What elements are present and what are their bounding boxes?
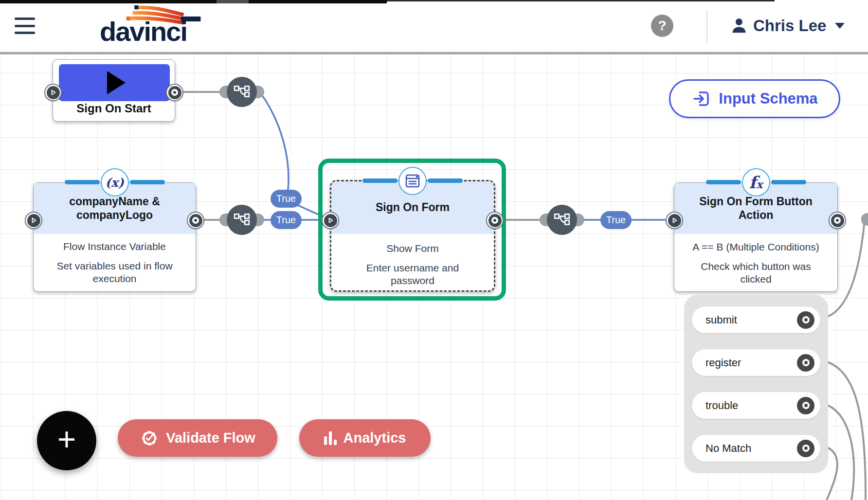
badge-bar <box>65 180 100 184</box>
node-subtitle: A == B (Multiple Conditions) <box>674 241 837 253</box>
node-sign-on-form[interactable]: Sign On Form Show Form Enter username an… <box>330 180 495 292</box>
davinci-logo: davinci <box>100 5 212 50</box>
play-port-icon <box>49 89 57 96</box>
input-port[interactable] <box>666 212 683 229</box>
target-port-icon <box>802 359 810 366</box>
function-badge: fx <box>742 168 770 196</box>
output-port[interactable] <box>797 397 814 414</box>
input-port[interactable] <box>322 212 339 229</box>
badge-bar <box>706 180 741 184</box>
badge-bar <box>428 179 463 183</box>
function-icon: fx <box>749 173 763 192</box>
action-outputs-panel: submit register trouble No Match <box>684 295 828 473</box>
node-button-action[interactable]: fx Sign On Form Button Action A == B (Mu… <box>674 182 838 292</box>
seal-check-icon <box>140 429 159 448</box>
output-port[interactable] <box>166 84 183 101</box>
branch-connector[interactable] <box>219 204 264 235</box>
node-title: Sign On Start <box>53 102 175 115</box>
edge-label-true[interactable]: True <box>600 211 632 229</box>
topbar-divider <box>706 10 707 43</box>
validate-flow-button[interactable]: Validate Flow <box>118 419 277 457</box>
form-icon <box>404 173 421 189</box>
topbar: davinci ? Chris Lee <box>0 0 868 52</box>
node-description: Set variables used in flow execution <box>34 260 196 286</box>
hamburger-menu-icon[interactable] <box>15 18 35 34</box>
output-row-submit[interactable]: submit <box>692 306 820 333</box>
topbar-bottom-band <box>0 52 868 54</box>
play-icon <box>107 71 126 94</box>
node-description: Enter username and password <box>331 262 494 287</box>
target-port-icon <box>834 217 841 224</box>
question-mark-icon: ? <box>658 18 666 34</box>
node-subtitle: Show Form <box>331 243 494 254</box>
output-port[interactable] <box>187 212 204 229</box>
chevron-down-icon <box>835 23 845 29</box>
output-port[interactable] <box>829 212 846 229</box>
node-title: companyName & companyLogo <box>69 195 160 222</box>
node-company-variables[interactable]: (x) companyName & companyLogo Flow Insta… <box>33 182 196 292</box>
branch-icon <box>553 211 571 229</box>
output-port[interactable] <box>486 212 504 229</box>
user-menu[interactable]: Chris Lee <box>730 12 845 40</box>
output-port[interactable] <box>797 440 814 457</box>
output-row-no-match[interactable]: No Match <box>692 435 820 462</box>
node-description: Check which button was clicked <box>674 260 837 286</box>
input-schema-button[interactable]: Input Schema <box>669 79 840 118</box>
window-top-strip-dark <box>0 0 387 3</box>
output-label: No Match <box>705 442 797 455</box>
user-avatar-icon <box>730 17 748 35</box>
add-node-button[interactable]: + <box>37 411 96 470</box>
variable-badge: (x) <box>101 168 129 196</box>
target-port-icon <box>171 89 178 96</box>
input-port[interactable] <box>44 84 62 101</box>
edge-label-true[interactable]: True <box>271 211 302 229</box>
plus-icon: + <box>57 423 76 455</box>
bar-chart-icon <box>324 431 337 445</box>
help-button[interactable]: ? <box>651 15 673 37</box>
target-port-icon <box>802 316 810 323</box>
node-title: Sign On Form Button Action <box>699 195 813 222</box>
user-name: Chris Lee <box>753 17 826 35</box>
output-label: submit <box>705 314 797 326</box>
play-port-icon <box>326 216 334 224</box>
output-row-trouble[interactable]: trouble <box>692 392 820 419</box>
edge-label-true[interactable]: True <box>271 190 302 208</box>
target-port-icon <box>491 217 498 224</box>
badge-bar <box>771 180 806 184</box>
form-badge <box>398 167 427 195</box>
output-port[interactable] <box>797 354 814 372</box>
target-port-icon <box>192 217 199 224</box>
variable-icon: (x) <box>105 176 124 190</box>
target-port-icon <box>802 445 810 452</box>
node-subtitle: Flow Instance Variable <box>34 241 196 252</box>
input-port[interactable] <box>25 212 42 229</box>
start-block[interactable] <box>59 64 170 101</box>
node-title: Sign On Form <box>376 201 450 214</box>
play-port-icon <box>30 216 37 224</box>
target-port-icon <box>802 402 810 409</box>
output-label: register <box>705 357 797 369</box>
analytics-button[interactable]: Analytics <box>299 419 431 457</box>
branch-icon <box>233 83 251 101</box>
branch-connector[interactable] <box>219 76 264 107</box>
badge-bar <box>362 179 398 183</box>
output-label: trouble <box>705 399 797 412</box>
branch-icon <box>233 211 251 229</box>
input-schema-icon <box>691 89 711 108</box>
play-port-icon <box>670 216 678 224</box>
logo-wordmark: davinci <box>100 16 187 47</box>
window-top-strip-segment <box>217 0 249 3</box>
badge-bar <box>130 180 165 184</box>
output-row-register[interactable]: register <box>692 349 820 376</box>
node-sign-on-start[interactable]: Sign On Start <box>53 59 175 122</box>
output-port[interactable] <box>797 311 814 329</box>
branch-connector[interactable] <box>540 204 584 235</box>
davinci-flow-editor: davinci ? Chris Lee <box>0 0 868 500</box>
